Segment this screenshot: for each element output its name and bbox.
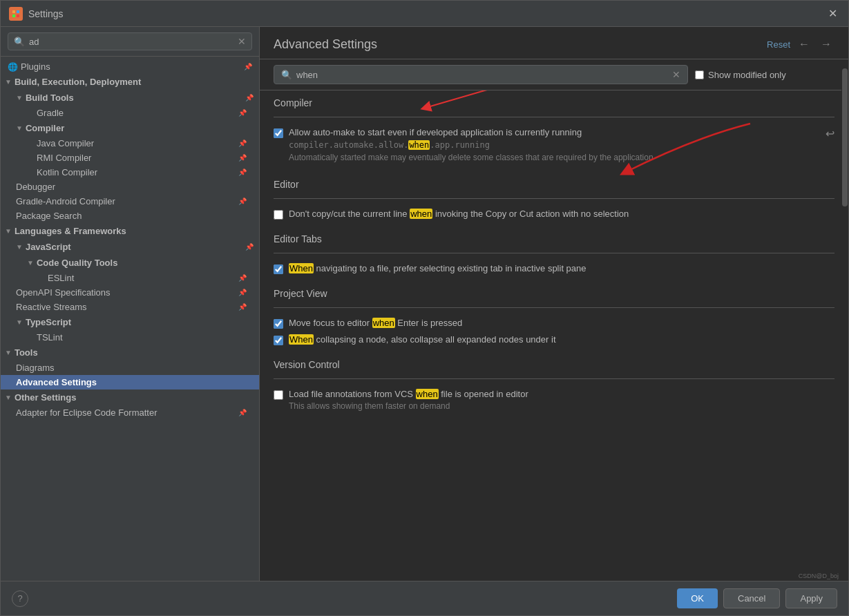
scrollbar-thumb[interactable] — [842, 68, 848, 206]
package-search-label: Package Search — [16, 211, 252, 221]
apply-button[interactable]: Apply — [785, 588, 837, 608]
automake-setting-content: Allow auto-make to start even if develop… — [289, 127, 820, 162]
automake-setting-row: Allow auto-make to start even if develop… — [274, 124, 834, 168]
sidebar-section-compiler[interactable]: ▼ Compiler — [1, 120, 259, 136]
sidebar-item-kotlin-compiler[interactable]: Kotlin Compiler 📌 — [1, 165, 259, 180]
languages-label: Languages & Frameworks — [15, 226, 254, 236]
editor-tabs-section: Editor Tabs When navigating to a file, p… — [274, 233, 834, 277]
expand-arrow: ▼ — [5, 227, 12, 235]
sidebar-item-advanced-settings[interactable]: Advanced Settings — [1, 375, 259, 389]
show-modified-checkbox[interactable] — [695, 70, 704, 79]
sidebar-item-rmi-compiler[interactable]: RMI Compiler 📌 — [1, 151, 259, 165]
help-button[interactable]: ? — [12, 590, 28, 607]
content-search-input[interactable] — [296, 70, 668, 80]
search-bar: 🔍 ✕ — [1, 27, 259, 57]
close-button[interactable]: ✕ — [826, 4, 840, 23]
sidebar-item-eslint[interactable]: ESLint 📌 — [1, 271, 259, 285]
kotlin-compiler-label: Kotlin Compiler — [37, 167, 238, 177]
content-search-box: 🔍 ✕ — [274, 65, 688, 84]
diagrams-label: Diagrams — [16, 363, 252, 373]
automake-undo-button[interactable]: ↩ — [826, 127, 834, 140]
editor-section: Editor Don't copy/cut the current line w… — [274, 179, 834, 222]
compiler-label: Compiler — [26, 123, 254, 133]
search-clear-button[interactable]: ✕ — [238, 36, 246, 47]
search-icon: 🔍 — [14, 37, 25, 47]
collapse-nodes-row: When collapsing a node, also collapse al… — [274, 331, 834, 348]
sidebar-item-adapter-eclipse[interactable]: Adapter for Eclipse Code Formatter 📌 — [1, 405, 259, 420]
pin-icon: 📌 — [245, 94, 254, 102]
expand-arrow: ▼ — [5, 78, 12, 86]
sidebar-item-debugger[interactable]: Debugger — [1, 180, 259, 194]
sidebar-item-gradle-android[interactable]: Gradle-Android Compiler 📌 — [1, 194, 259, 209]
move-focus-label: Move focus to editor when Enter is press… — [289, 318, 462, 328]
main-content: Advanced Settings Reset ← → 🔍 ✕ Show mod… — [260, 27, 848, 581]
project-view-title: Project View — [274, 288, 834, 302]
no-copy-cut-label: Don't copy/cut the current line when inv… — [289, 209, 629, 219]
move-focus-row: Move focus to editor when Enter is press… — [274, 315, 834, 331]
vcs-annotations-checkbox[interactable] — [274, 390, 283, 400]
version-control-divider — [274, 378, 834, 379]
prefer-inactive-checkbox[interactable] — [274, 264, 283, 274]
sidebar-section-tools[interactable]: ▼ Tools — [1, 345, 259, 360]
code-quality-label: Code Quality Tools — [37, 258, 254, 268]
sidebar-section-build-execution[interactable]: ▼ Build, Execution, Deployment — [1, 74, 259, 90]
expand-arrow: ▼ — [5, 394, 12, 401]
cancel-button[interactable]: Cancel — [723, 588, 780, 608]
sidebar-section-code-quality[interactable]: ▼ Code Quality Tools — [1, 255, 259, 271]
sidebar-item-plugins[interactable]: 🌐 Plugins 📌 — [1, 59, 259, 74]
version-control-section: Version Control Load file annotations fr… — [274, 359, 834, 414]
sidebar-item-openapi[interactable]: OpenAPI Specifications 📌 — [1, 285, 259, 300]
svg-rect-0 — [12, 10, 15, 13]
nav-forward-button[interactable]: → — [818, 37, 834, 52]
build-exec-label: Build, Execution, Deployment — [15, 77, 254, 87]
plugins-label: Plugins — [21, 61, 241, 72]
version-control-title: Version Control — [274, 359, 834, 373]
no-copy-cut-checkbox[interactable] — [274, 210, 283, 220]
pin-icon: 📌 — [238, 154, 247, 162]
sidebar-item-package-search[interactable]: Package Search — [1, 209, 259, 223]
nav-back-button[interactable]: ← — [796, 37, 812, 52]
sidebar-section-other-settings[interactable]: ▼ Other Settings — [1, 389, 259, 405]
header-actions: Reset ← → — [767, 37, 834, 52]
sidebar-search-input[interactable] — [29, 37, 233, 47]
editor-section-divider — [274, 198, 834, 199]
content-search-clear[interactable]: ✕ — [672, 69, 680, 80]
build-tools-label: Build Tools — [26, 93, 242, 103]
pin-icon: 📌 — [238, 169, 247, 176]
sidebar-section-languages[interactable]: ▼ Languages & Frameworks — [1, 223, 259, 239]
tslint-label: TSLint — [37, 332, 252, 343]
expand-arrow: ▼ — [27, 259, 34, 267]
sidebar-section-build-tools[interactable]: ▼ Build Tools 📌 — [1, 90, 259, 106]
window-title: Settings — [28, 8, 826, 19]
move-focus-checkbox[interactable] — [274, 319, 283, 329]
show-modified-label: Show modified only — [708, 70, 786, 80]
vcs-annotations-row: Load file annotations from VCS when file… — [274, 386, 834, 414]
ok-button[interactable]: OK — [677, 588, 718, 608]
sidebar-section-javascript[interactable]: ▼ JavaScript 📌 — [1, 239, 259, 255]
collapse-nodes-checkbox[interactable] — [274, 336, 283, 345]
bottom-left: ? — [12, 590, 28, 607]
tools-label: Tools — [15, 347, 254, 358]
compiler-section-divider — [274, 117, 834, 117]
pin-icon: 📌 — [238, 303, 247, 311]
sidebar-section-typescript[interactable]: ▼ TypeScript — [1, 314, 259, 330]
automake-checkbox[interactable] — [274, 128, 283, 138]
expand-arrow: ▼ — [16, 318, 23, 326]
expand-arrow: ▼ — [16, 124, 23, 132]
show-modified-option[interactable]: Show modified only — [695, 70, 786, 80]
sidebar-item-reactive-streams[interactable]: Reactive Streams 📌 — [1, 300, 259, 314]
content-search-bar: 🔍 ✕ Show modified only — [260, 59, 848, 90]
globe-icon: 🌐 — [8, 62, 18, 72]
sidebar-item-java-compiler[interactable]: Java Compiler 📌 — [1, 136, 259, 151]
reactive-streams-label: Reactive Streams — [16, 302, 238, 312]
eslint-label: ESLint — [48, 273, 238, 283]
sidebar: 🔍 ✕ 🌐 Plugins 📌 ▼ Build, Execution, Depl… — [1, 27, 260, 581]
java-compiler-label: Java Compiler — [37, 138, 238, 148]
sidebar-item-diagrams[interactable]: Diagrams — [1, 360, 259, 375]
svg-rect-3 — [17, 15, 19, 17]
sidebar-item-gradle[interactable]: Gradle 📌 — [1, 106, 259, 120]
sidebar-item-tslint[interactable]: TSLint — [1, 330, 259, 345]
project-view-divider — [274, 307, 834, 308]
svg-rect-2 — [12, 15, 15, 17]
reset-button[interactable]: Reset — [767, 39, 790, 50]
